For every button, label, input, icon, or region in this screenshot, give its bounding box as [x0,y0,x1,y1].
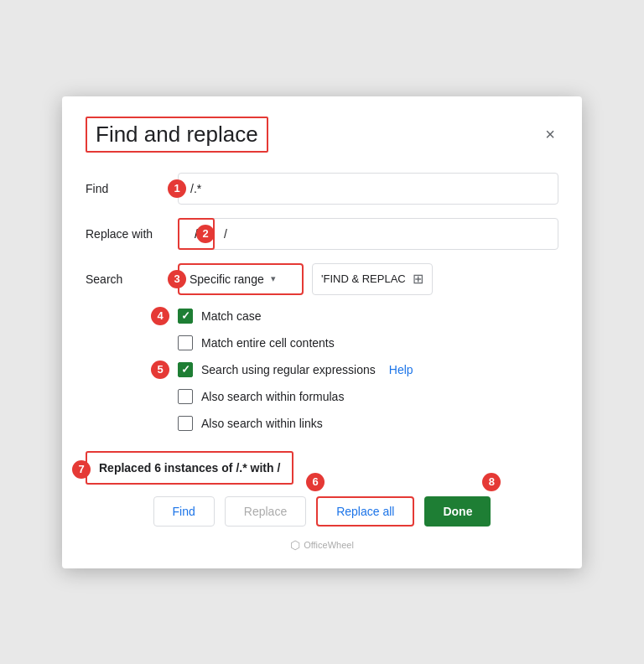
badge-5: 5 [151,361,169,379]
match-entire-checkbox[interactable] [178,335,193,350]
replace-label: Replace with [86,227,178,241]
match-case-label: Match case [201,309,262,323]
badge-8: 8 [482,473,501,491]
formulas-label: Also search within formulas [201,390,344,403]
footer: Find Replace 6 Replace all 8 Done [86,496,558,527]
regex-checkbox[interactable] [178,362,193,377]
links-label: Also search within links [201,417,323,430]
done-wrap: 8 Done [424,496,491,527]
search-label: Search [86,272,178,286]
badge-2: 2 [196,225,215,243]
badge-4: 4 [151,307,169,325]
formulas-wrap: Also search within formulas [178,389,344,404]
badge-6: 6 [306,473,325,491]
brand-name: OfficeWheel [304,540,354,550]
range-input-box: 'FIND & REPLAC ⊞ [312,263,433,295]
dialog-title: Find and replace [86,117,268,153]
badge-3: 3 [168,270,186,288]
range-value: 'FIND & REPLAC [321,272,406,285]
done-button[interactable]: Done [424,496,491,527]
match-entire-row: Match entire cell contents [178,335,558,350]
match-case-checkbox[interactable] [178,309,193,324]
replace-inner: / 2 [178,218,558,250]
badge-7: 7 [72,460,91,479]
chevron-down-icon: ▾ [271,273,276,284]
grid-icon[interactable]: ⊞ [413,271,423,287]
find-label: Find [86,182,178,195]
search-row: Search 3 Specific range ▾ 'FIND & REPLAC… [86,263,558,295]
close-button[interactable]: × [542,122,558,148]
links-wrap: Also search within links [178,416,323,431]
formulas-checkbox[interactable] [178,389,193,404]
dropdown-value: Specific range [190,272,264,286]
replace-input[interactable] [178,218,558,250]
dialog-header: Find and replace × [86,117,558,153]
regex-label: Search using regular expressions [201,363,376,376]
replace-button[interactable]: Replace [225,496,306,527]
match-entire-label: Match entire cell contents [201,336,335,350]
match-entire-wrap: Match entire cell contents [178,335,335,350]
find-input[interactable] [178,173,558,205]
links-checkbox[interactable] [178,416,193,431]
replace-all-button[interactable]: Replace all [316,496,414,527]
match-case-row: 4 Match case [178,309,558,324]
brand: ⬡ OfficeWheel [86,538,558,552]
links-row: Also search within links [178,416,558,431]
brand-icon: ⬡ [290,538,300,552]
find-replace-dialog: Find and replace × Find 1 Replace with /… [62,96,582,568]
find-button[interactable]: Find [153,496,215,527]
replace-all-wrap: 6 Replace all [316,496,414,527]
search-range-dropdown[interactable]: Specific range ▾ [178,263,304,295]
replace-field-wrap: / 2 [178,218,558,250]
replace-row: Replace with / 2 [86,218,558,250]
find-row: Find 1 [86,173,558,205]
help-link[interactable]: Help [389,363,413,376]
search-controls: 3 Specific range ▾ 'FIND & REPLAC ⊞ [178,263,433,295]
formulas-row: Also search within formulas [178,389,558,404]
regex-wrap: 5 Search using regular expressions Help [178,362,413,377]
match-case-wrap: 4 Match case [178,309,262,324]
badge-1: 1 [168,179,186,198]
status-bar: Replaced 6 instances of /.* with / [86,451,293,485]
find-field-wrap: 1 [178,173,558,205]
regex-row: 5 Search using regular expressions Help [178,362,558,377]
